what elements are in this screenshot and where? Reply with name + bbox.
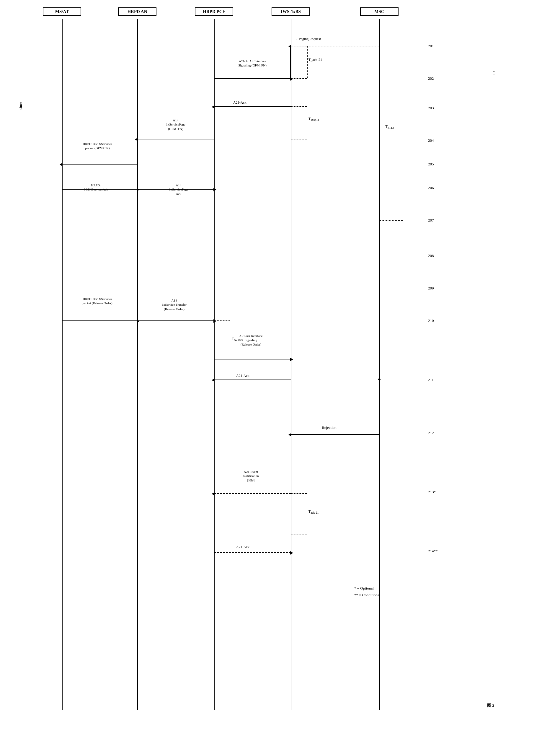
- ii-label: iI: [491, 71, 496, 76]
- t-ack21-label-2: Tack-21: [309, 510, 319, 514]
- row-207: 207: [428, 218, 434, 223]
- paging-request-label: ←Paging Request: [295, 37, 321, 41]
- t3113-vline: [379, 46, 380, 220]
- row-214: 214**: [428, 549, 438, 554]
- a14-servicepage-arrow: [137, 139, 214, 139]
- a21-air-interface-label: A21-1x Air InterfaceSignaling (GPM, FN): [218, 59, 286, 68]
- row-202: 202: [428, 76, 434, 81]
- vline-hrpd-pcf: [214, 19, 214, 710]
- t-ack21-h-top: [291, 46, 307, 46]
- row-203: 203: [428, 106, 434, 110]
- t1xsp14-label: T1xsp14: [309, 117, 319, 121]
- legend: * = Optional ** = Conditional: [354, 585, 380, 599]
- a21-ack-2-label: A21-Ack: [236, 374, 249, 378]
- t1xsp14-vline: [291, 106, 291, 139]
- t-ack21-vline: [307, 46, 308, 78]
- legend-conditional: ** = Conditional: [354, 592, 380, 598]
- row-205: 205: [428, 162, 434, 166]
- a14-servicepage-label: A141xServicePage(GPM+FN): [142, 118, 210, 131]
- figure-label: 图 2: [487, 703, 494, 708]
- hrpd-3g1x-1-arrow: [62, 164, 137, 164]
- t-ack21-vline-2: [291, 493, 291, 534]
- t3113-h-bot: [379, 220, 403, 221]
- col-header-msc: MSC: [360, 7, 399, 16]
- a21-air-release-arrow: [214, 359, 291, 360]
- row-211: 211: [428, 377, 434, 382]
- a21-ack-3-label: A21-Ack: [236, 545, 249, 549]
- a21-air-interface-arrow: [214, 78, 291, 79]
- rejection-label: Rejection: [322, 425, 336, 430]
- a14-transfer-arrow: [137, 321, 214, 321]
- hrpd-3g1x-1-label: HRPD: 3G1XServicespacket (GPM+FN): [64, 142, 131, 150]
- a21-air-iws-down: [290, 46, 291, 78]
- row-209: 209: [428, 286, 434, 291]
- hrpd-3g1x-2-label: HRPD: 3G1XServicespacket (Release Order): [64, 297, 131, 305]
- row-213: 213*: [428, 490, 436, 494]
- row-208: 208: [428, 253, 434, 258]
- ta21ack-h-top: [214, 321, 230, 321]
- a21-ack-1-arrow: [214, 106, 291, 107]
- a21-ack-1-label: A21-Ack: [233, 101, 246, 105]
- t-ack21-h-bot: [291, 78, 307, 79]
- t1xsp14-h-bot: [291, 139, 307, 139]
- row-206: 206: [428, 185, 434, 190]
- a21-ack-3-arrow: [214, 552, 291, 553]
- a21-air-release-label: A21-Air InterfaceSignaling(Release Order…: [217, 334, 285, 346]
- vline-msat: [62, 19, 63, 710]
- a21-event-arrow: [214, 493, 291, 494]
- col-header-hrpd-pcf: HRPD PCF: [195, 7, 233, 16]
- col-header-hrpd-an: HRPD AN: [118, 7, 156, 16]
- row-201: 201: [428, 44, 434, 48]
- vline-hrpd-an: [137, 19, 138, 710]
- t3113-label: T3113: [385, 124, 394, 129]
- ta21ack-vline: [214, 321, 214, 359]
- hrpd-3g1x-2-arrow: [62, 321, 137, 321]
- rejection-arrow: [291, 434, 379, 435]
- col-header-iws1xbs: IWS-1xBS: [272, 7, 310, 16]
- t1xsp14-h-top: [291, 106, 307, 107]
- a14-servicepage-ack-label: A141xServicePageAck: [145, 183, 212, 196]
- row-212: 212: [428, 431, 434, 435]
- rejection-msc-up: [379, 379, 379, 434]
- time-column-header: time: [18, 97, 23, 115]
- a14-transfer-label: A141xService Transfer(Release Order): [142, 298, 207, 311]
- hrpd-3g1xack-label: HRPD:3G1XServicesAck: [67, 183, 125, 192]
- t-ack21-h-bot-2: [291, 534, 307, 535]
- legend-optional: * = Optional: [354, 585, 380, 592]
- a21-ack-2-arrow: [214, 379, 291, 380]
- t-ack21-h-top-2: [291, 493, 307, 494]
- row-204: 204: [428, 138, 434, 143]
- t-ack21-label-1: T_ack-21: [309, 58, 322, 62]
- col-header-msat: MS/AT: [43, 7, 81, 16]
- row-210: 210: [428, 319, 434, 323]
- a21-event-label: A21-EventNotification[Idle]: [217, 470, 285, 482]
